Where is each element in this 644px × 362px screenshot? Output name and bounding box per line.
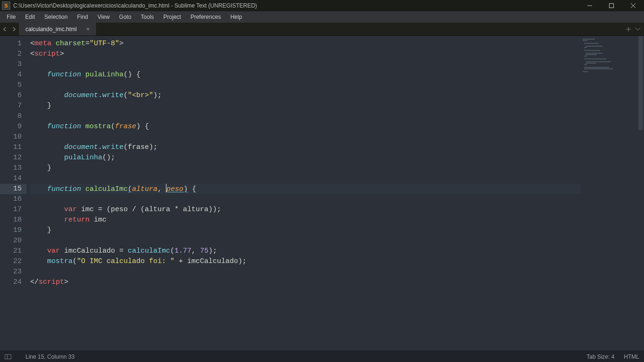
menu-project[interactable]: Project	[159, 12, 186, 22]
code-line[interactable]	[30, 111, 581, 122]
chevron-left-icon	[3, 27, 7, 31]
line-number: 5	[0, 80, 22, 90]
status-syntax[interactable]: HTML	[624, 354, 639, 360]
app-window: S C:\Users\Victor\Desktop\logica\exercic…	[0, 0, 644, 362]
close-button[interactable]	[622, 0, 644, 11]
editor-area: 123456789101112131415161718192021222324 …	[0, 36, 644, 351]
scrollbar-thumb[interactable]	[638, 36, 643, 130]
menu-tools[interactable]: Tools	[136, 12, 159, 22]
line-number: 14	[0, 173, 22, 184]
code-line[interactable]	[30, 80, 581, 90]
line-number: 21	[0, 246, 22, 256]
line-number: 2	[0, 49, 22, 59]
chevron-right-icon	[12, 27, 16, 31]
menu-file[interactable]: File	[2, 12, 20, 22]
status-bar: Line 15, Column 33 Tab Size: 4 HTML	[0, 351, 644, 362]
line-number: 4	[0, 70, 22, 80]
code-line[interactable]: document.write("<br>");	[30, 90, 581, 101]
title-bar[interactable]: S C:\Users\Victor\Desktop\logica\exercic…	[0, 0, 644, 11]
line-number: 20	[0, 236, 22, 246]
new-tab-button[interactable]	[626, 27, 631, 32]
line-number: 23	[0, 267, 22, 277]
code-line[interactable]: }	[30, 101, 581, 111]
code-line[interactable]: return imc	[30, 215, 581, 225]
menu-find[interactable]: Find	[72, 12, 92, 22]
close-icon	[631, 3, 636, 8]
maximize-icon	[609, 3, 614, 8]
code-line[interactable]: }	[30, 225, 581, 236]
line-number: 10	[0, 132, 22, 142]
code-line[interactable]	[30, 236, 581, 246]
code-line[interactable]: <script>	[30, 49, 581, 59]
menu-help[interactable]: Help	[226, 12, 247, 22]
code-line[interactable]: var imc = (peso / (altura * altura));	[30, 205, 581, 215]
tab-right-controls	[622, 23, 644, 35]
app-icon: S	[2, 1, 10, 10]
code-line[interactable]: }	[30, 163, 581, 173]
vertical-scrollbar[interactable]	[637, 36, 644, 351]
line-number: 7	[0, 101, 22, 111]
line-number: 17	[0, 205, 22, 215]
menu-view[interactable]: View	[93, 12, 115, 22]
line-number: 6	[0, 90, 22, 101]
line-number: 16	[0, 194, 22, 205]
tab-nav-back[interactable]	[0, 23, 9, 35]
svg-rect-0	[610, 4, 614, 8]
code-line[interactable]: function calculaImc(altura, peso) {	[30, 184, 581, 194]
plus-icon	[626, 27, 631, 32]
window-title: C:\Users\Victor\Desktop\logica\exercicio…	[13, 2, 579, 9]
line-number: 11	[0, 142, 22, 153]
line-number: 13	[0, 163, 22, 173]
tab-active[interactable]: calculando_imc.html ×	[19, 23, 97, 35]
tab-dropdown-button[interactable]	[636, 28, 640, 31]
line-number: 9	[0, 122, 22, 132]
code-line[interactable]	[30, 267, 581, 277]
status-tab-size[interactable]: Tab Size: 4	[586, 354, 614, 360]
line-number: 19	[0, 225, 22, 236]
tab-strip: calculando_imc.html ×	[0, 23, 644, 36]
menu-selection[interactable]: Selection	[40, 12, 72, 22]
tab-close-icon[interactable]: ×	[86, 25, 90, 33]
code-line[interactable]: function pulaLinha() {	[30, 70, 581, 80]
line-number: 3	[0, 59, 22, 70]
menu-preferences[interactable]: Preferences	[186, 12, 226, 22]
code-line[interactable]	[30, 173, 581, 184]
code-line[interactable]	[30, 132, 581, 142]
status-cursor-position[interactable]: Line 15, Column 33	[25, 354, 74, 360]
line-number-gutter[interactable]: 123456789101112131415161718192021222324	[0, 36, 26, 351]
menu-goto[interactable]: Goto	[115, 12, 136, 22]
line-number: 8	[0, 111, 22, 122]
menu-edit[interactable]: Edit	[20, 12, 40, 22]
code-content[interactable]: <meta charset="UTF-8"><script> function …	[26, 36, 581, 351]
tab-spacer	[97, 23, 622, 35]
tab-label: calculando_imc.html	[25, 26, 77, 33]
code-line[interactable]: </script>	[30, 277, 581, 288]
code-line[interactable]: mostra("O IMC calculado foi: " + imcCalc…	[30, 256, 581, 267]
maximize-button[interactable]	[601, 0, 622, 11]
code-line[interactable]	[30, 194, 581, 205]
minimize-button[interactable]	[579, 0, 601, 11]
panel-toggle-icon[interactable]	[5, 354, 11, 359]
line-number: 22	[0, 256, 22, 267]
code-line[interactable]: document.write(frase);	[30, 142, 581, 153]
line-number: 15	[0, 184, 26, 194]
code-line[interactable]: pulaLinha();	[30, 153, 581, 163]
minimap[interactable]	[581, 36, 637, 351]
line-number: 1	[0, 39, 22, 49]
line-number: 12	[0, 153, 22, 163]
menu-bar: File Edit Selection Find View Goto Tools…	[0, 11, 644, 23]
code-line[interactable]: var imcCalculado = calculaImc(1.77, 75);	[30, 246, 581, 256]
code-line[interactable]: function mostra(frase) {	[30, 122, 581, 132]
code-line[interactable]	[30, 59, 581, 70]
line-number: 18	[0, 215, 22, 225]
code-line[interactable]: <meta charset="UTF-8">	[30, 39, 581, 49]
chevron-down-icon	[636, 28, 640, 31]
tab-nav-forward[interactable]	[9, 23, 19, 35]
minimize-icon	[587, 3, 592, 8]
line-number: 24	[0, 277, 22, 288]
